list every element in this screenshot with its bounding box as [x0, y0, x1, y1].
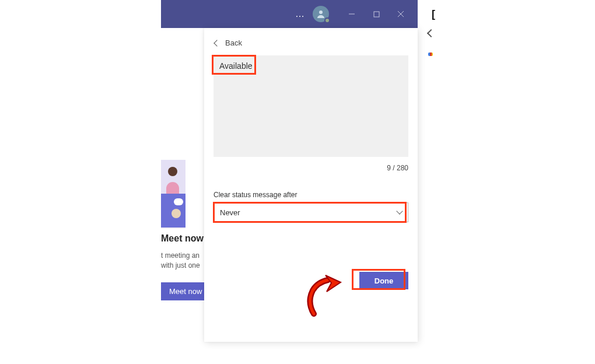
status-panel: Back 9 / 280 Clear status message after … [204, 28, 418, 342]
clear-after-label: Clear status message after [214, 191, 408, 199]
maximize-button[interactable] [364, 5, 388, 23]
back-label: Back [225, 38, 242, 47]
meet-now-button[interactable]: Meet now [161, 282, 210, 300]
meet-now-title: Meet now [161, 233, 208, 244]
close-button[interactable] [388, 5, 413, 23]
more-icon[interactable]: … [295, 9, 306, 19]
titlebar: … [161, 0, 418, 28]
avatar[interactable] [313, 6, 329, 22]
right-edge-chevron-icon [427, 29, 435, 37]
clear-after-dropdown[interactable]: Never [214, 202, 408, 222]
back-button[interactable]: Back [214, 38, 408, 47]
char-count: 9 / 280 [214, 164, 408, 172]
svg-point-0 [319, 10, 323, 14]
chevron-down-icon [396, 208, 402, 214]
status-message-input[interactable] [214, 55, 408, 157]
meeting-tiles [161, 160, 208, 229]
done-button[interactable]: Done [359, 272, 408, 289]
chevron-left-icon [214, 40, 220, 46]
minimize-button[interactable] [340, 5, 364, 23]
presence-badge-icon [324, 18, 330, 23]
svg-rect-2 [374, 12, 379, 17]
meet-now-desc: t meeting anwith just one [161, 251, 208, 271]
right-edge-glyph: [ [432, 8, 435, 20]
meet-now-card: Meet now t meeting anwith just one Meet … [161, 233, 208, 300]
clear-after-value: Never [220, 208, 240, 217]
right-edge-color-icon [428, 52, 433, 56]
